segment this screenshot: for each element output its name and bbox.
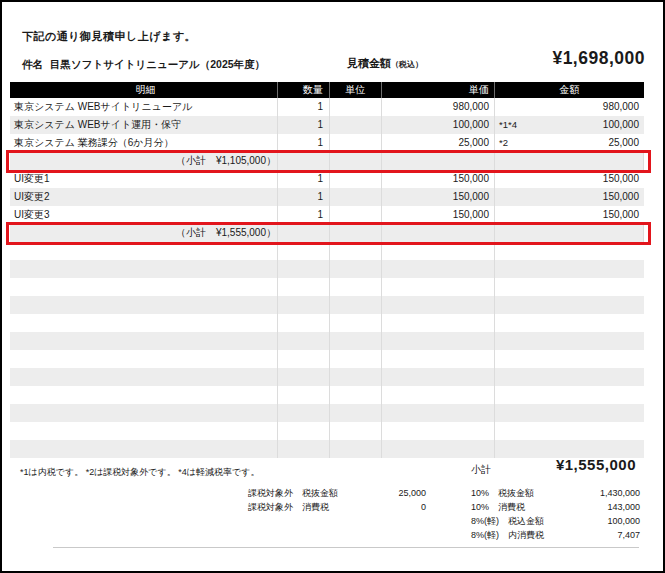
cell-detail: [10, 422, 278, 440]
cell-unit: [330, 116, 382, 134]
cell-unit: [330, 260, 382, 278]
cell-detail: [10, 242, 278, 260]
column-header-quantity: 数量: [278, 82, 330, 98]
summary-line: 8%(軽) 税込金額 100,000: [471, 515, 640, 527]
cell-quantity: [278, 260, 330, 278]
summary-line: 10% 消費税 143,000: [471, 501, 640, 513]
cell-amount: 980,000: [495, 98, 644, 116]
estimate-table: 明細 数量 単位 単価 金額 東京システム WEBサイトリニューアル1980,0…: [10, 82, 644, 458]
tax-note-marker: [495, 170, 499, 188]
cell-amount: [495, 278, 644, 296]
cell-unit-price: [382, 422, 495, 440]
highlight-annotation-box: [6, 222, 651, 245]
empty-row: [10, 242, 644, 260]
empty-row: [10, 422, 644, 440]
summary-label: 課税対象外 消費税: [248, 501, 329, 513]
empty-row: [10, 278, 644, 296]
estimate-total-amount: ¥1,698,000: [552, 48, 645, 69]
cell-unit: [330, 296, 382, 314]
item-row: 東京システム WEBサイトリニューアル1980,000980,000: [10, 98, 644, 116]
cell-unit: [330, 422, 382, 440]
summary-line: 課税対象外 消費税 0: [248, 501, 426, 513]
cell-unit-price: [382, 368, 495, 386]
cell-detail: [10, 296, 278, 314]
summary-label: 10% 税抜金額: [471, 487, 534, 499]
cell-detail: [10, 386, 278, 404]
cell-detail: [10, 314, 278, 332]
cell-detail: [10, 404, 278, 422]
cell-quantity: [278, 350, 330, 368]
column-header-unit-price: 単価: [382, 82, 495, 98]
empty-row: [10, 314, 644, 332]
empty-row: [10, 404, 644, 422]
cell-unit: [330, 368, 382, 386]
cell-quantity: [278, 368, 330, 386]
cell-quantity: 1: [278, 98, 330, 116]
cell-detail: [10, 278, 278, 296]
footer-divider: [53, 547, 639, 548]
table-body: 東京システム WEBサイトリニューアル1980,000980,000東京システム…: [10, 98, 644, 458]
cell-unit-price: [382, 332, 495, 350]
subtotal-row: （小計 ¥1,555,000）: [10, 224, 644, 242]
empty-row: [10, 332, 644, 350]
cell-unit: [330, 188, 382, 206]
cell-unit-price: [382, 404, 495, 422]
tax-included-note: （税込）: [391, 60, 423, 69]
cell-unit-price: 150,000: [382, 188, 495, 206]
tax-note-marker: *1*4: [495, 116, 517, 134]
cell-amount: 150,000: [495, 188, 644, 206]
summary-value: 7,407: [617, 529, 640, 541]
cell-quantity: [278, 242, 330, 260]
summary-value: 1,430,000: [600, 487, 640, 499]
column-header-unit: 単位: [330, 82, 382, 98]
cell-quantity: [278, 422, 330, 440]
empty-row: [10, 440, 644, 458]
cell-unit: [330, 404, 382, 422]
subtotal-row: （小計 ¥1,105,000）: [10, 152, 644, 170]
cell-unit: [330, 242, 382, 260]
column-header-amount: 金額: [495, 82, 644, 98]
subject-value: 目黒ソフトサイトリニューアル（2025年度）: [50, 58, 265, 72]
cell-unit-price: [382, 314, 495, 332]
cell-amount: [495, 260, 644, 278]
summary-value: 0: [421, 501, 426, 513]
cell-unit-price: 980,000: [382, 98, 495, 116]
cell-detail: [10, 350, 278, 368]
cell-amount: [495, 422, 644, 440]
cell-detail: UI変更2: [10, 188, 278, 206]
cell-unit-price: [382, 260, 495, 278]
tax-note-marker: [495, 98, 499, 116]
cell-detail: UI変更1: [10, 170, 278, 188]
amount-value: 150,000: [603, 188, 644, 206]
cell-amount: [495, 404, 644, 422]
cell-quantity: 1: [278, 170, 330, 188]
intro-text: 下記の通り御見積申し上げます。: [22, 29, 196, 44]
cell-detail: 東京システム WEBサイトリニューアル: [10, 98, 278, 116]
cell-unit-price: [382, 296, 495, 314]
estimate-amount-label-main: 見積金額: [347, 57, 391, 69]
empty-row: [10, 260, 644, 278]
item-row: 東京システム WEBサイト運用・保守1100,000*1*4100,000: [10, 116, 644, 134]
cell-unit: [330, 314, 382, 332]
item-row: UI変更21150,000150,000: [10, 188, 644, 206]
cell-unit-price: [382, 350, 495, 368]
summary-line: 8%(軽) 内消費税 7,407: [471, 529, 640, 541]
tax-note-marker: [495, 188, 499, 206]
cell-unit-price: [382, 386, 495, 404]
cell-amount: 150,000: [495, 170, 644, 188]
tax-notes: *1は内税です。 *2は課税対象外です。 *4は軽減税率です。: [20, 466, 259, 479]
cell-amount: [495, 296, 644, 314]
empty-row: [10, 386, 644, 404]
highlight-annotation-box: [6, 150, 651, 173]
cell-unit-price: [382, 278, 495, 296]
cell-quantity: [278, 278, 330, 296]
cell-amount: [495, 242, 644, 260]
summary-label: 10% 消費税: [471, 501, 525, 513]
summary-label: 8%(軽) 税込金額: [471, 515, 544, 527]
cell-quantity: 1: [278, 116, 330, 134]
table-header-row: 明細 数量 単位 単価 金額: [10, 82, 644, 98]
cell-detail: 東京システム WEBサイト運用・保守: [10, 116, 278, 134]
cell-amount: [495, 386, 644, 404]
cell-detail: [10, 368, 278, 386]
cell-unit: [330, 350, 382, 368]
